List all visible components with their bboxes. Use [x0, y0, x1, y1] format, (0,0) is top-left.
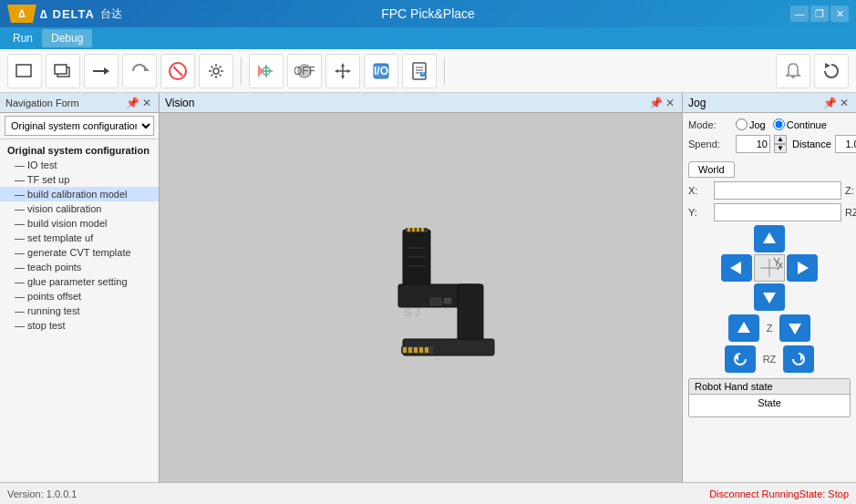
x-coord-row: X:	[688, 181, 841, 200]
settings-button[interactable]	[199, 54, 233, 88]
svg-rect-39	[403, 347, 407, 353]
new-window-button[interactable]	[7, 54, 42, 88]
menu-item-debug[interactable]: Debug	[42, 29, 92, 47]
spend-spinner: ▲ ▼	[774, 135, 787, 153]
tree-item-stop-test[interactable]: — stop test	[0, 318, 159, 333]
tree-item-vision-calibration[interactable]: — vision calibration	[0, 201, 159, 216]
jog-close[interactable]: ✕	[838, 97, 851, 109]
minimize-button[interactable]: —	[790, 5, 809, 22]
svg-point-10	[213, 68, 219, 74]
coord-grid: X: Z: Y: RZ:	[688, 181, 851, 221]
svg-text:I/O: I/O	[374, 65, 388, 77]
report-button[interactable]	[402, 54, 437, 88]
rz-label: RZ:	[845, 207, 856, 218]
jog-up-button[interactable]	[754, 225, 785, 252]
jog-z-down-button[interactable]	[779, 314, 810, 342]
tree-item-points-offset[interactable]: — points offset	[0, 289, 159, 303]
y-input[interactable]	[714, 203, 841, 221]
svg-marker-33	[825, 63, 830, 68]
close-button[interactable]: ✕	[830, 5, 849, 22]
rotate-button[interactable]	[122, 54, 157, 88]
tree-item-set-template[interactable]: — set template uf	[0, 231, 159, 245]
mode-label: Mode:	[688, 119, 732, 130]
y-coord-row: Y:	[688, 203, 841, 221]
jog-mode-option[interactable]: Jog	[736, 118, 766, 130]
restore-button[interactable]: ❐	[810, 5, 829, 22]
jog-z-up-button[interactable]	[728, 314, 759, 342]
window-controls: — ❐ ✕	[790, 5, 849, 22]
svg-marker-56	[730, 262, 741, 274]
svg-text:OFF: OFF	[294, 65, 315, 77]
vision-pin[interactable]: 📌	[649, 97, 662, 109]
menu-item-run[interactable]: Run	[4, 29, 42, 47]
tree-item-build-calibration[interactable]: — build calibration model	[0, 187, 159, 201]
svg-rect-29	[420, 72, 425, 77]
tree-item-glue-setting[interactable]: — glue parameter setting	[0, 274, 159, 289]
nav-panel-close[interactable]: ✕	[140, 97, 153, 109]
app-title: FPC Pick&Place	[381, 6, 475, 21]
jog-rz-cw-button[interactable]	[783, 345, 814, 373]
rz-controls: RZ	[688, 345, 851, 373]
z-axis-label: Z	[767, 323, 773, 334]
toolbar-separator-2	[444, 57, 445, 85]
jog-panel: Jog 📌 ✕ Mode: Jog Continue	[683, 93, 856, 482]
x-input[interactable]	[714, 181, 841, 200]
svg-marker-14	[258, 65, 263, 77]
tree-item-teach-points[interactable]: — teach points	[0, 260, 159, 274]
tree-item-io-test[interactable]: — IO test	[0, 158, 159, 172]
mode-radio-group: Jog Continue	[736, 118, 827, 130]
jog-right-button[interactable]	[787, 254, 818, 282]
svg-marker-61	[798, 262, 809, 274]
svg-marker-21	[335, 69, 338, 73]
mode-row: Mode: Jog Continue	[688, 118, 851, 130]
stop-button[interactable]	[160, 54, 195, 88]
io-button[interactable]: I/O	[364, 54, 398, 88]
svg-marker-55	[763, 232, 776, 243]
svg-marker-62	[763, 293, 776, 303]
z-label: Z:	[845, 185, 856, 196]
brand-text: ∆ DELTA	[40, 7, 95, 21]
nav-dropdown-row: Original system configuration	[0, 113, 159, 139]
toolbar-separator-1	[241, 57, 242, 85]
world-tab[interactable]: World	[688, 161, 735, 178]
tree-item-tf-setup[interactable]: — TF set up	[0, 172, 159, 187]
jog-rz-ccw-button[interactable]	[725, 345, 756, 373]
svg-rect-51	[444, 298, 451, 303]
jog-down-button[interactable]	[754, 283, 785, 311]
tree-item-generate-cvt[interactable]: — generate CVT template	[0, 245, 159, 260]
svg-text:∆: ∆	[18, 7, 26, 20]
running-state: Disconnect RunningState: Stop	[709, 489, 849, 499]
vision-close[interactable]: ✕	[664, 97, 676, 109]
main-area: Navigation Form 📌 ✕ Original system conf…	[0, 93, 856, 482]
spend-label: Spend:	[688, 139, 732, 149]
svg-marker-6	[104, 67, 109, 75]
rz-axis-label: RZ	[763, 354, 777, 365]
tree-item-running-test[interactable]: — running test	[0, 303, 159, 318]
svg-rect-47	[417, 228, 419, 231]
tree-item-build-vision[interactable]: — build vision model	[0, 216, 159, 231]
distance-input[interactable]: 1.00	[835, 135, 856, 153]
bell-button[interactable]	[776, 54, 810, 88]
vision-panel: Vision 📌 ✕	[160, 93, 683, 482]
move-axes-button[interactable]	[325, 54, 360, 88]
logo-chinese: 台达	[100, 6, 122, 22]
spend-down[interactable]: ▼	[774, 144, 787, 153]
spend-input[interactable]: 10	[736, 135, 770, 153]
nav-panel: Navigation Form 📌 ✕ Original system conf…	[0, 93, 160, 482]
jog-pin[interactable]: 📌	[823, 97, 836, 109]
vision-canvas[interactable]: S J	[160, 113, 682, 482]
status-bar: Version: 1.0.0.1 Disconnect RunningState…	[0, 482, 856, 504]
jog-left-button[interactable]	[721, 254, 752, 282]
svg-text:S J: S J	[404, 306, 419, 319]
svg-rect-50	[430, 298, 441, 305]
copy-window-button[interactable]	[46, 54, 80, 88]
cursor-target-button[interactable]	[249, 54, 284, 88]
nav-panel-pin[interactable]: 📌	[126, 97, 139, 109]
title-bar: ∆ ∆ DELTA 台达 FPC Pick&Place — ❐ ✕	[0, 0, 856, 27]
continue-mode-option[interactable]: Continue	[773, 118, 827, 130]
nav-dropdown[interactable]: Original system configuration	[5, 116, 154, 136]
power-button[interactable]: OFF	[287, 54, 322, 88]
arrow-right-button[interactable]	[84, 54, 119, 88]
spend-up[interactable]: ▲	[774, 135, 787, 144]
refresh-button[interactable]	[814, 54, 849, 88]
